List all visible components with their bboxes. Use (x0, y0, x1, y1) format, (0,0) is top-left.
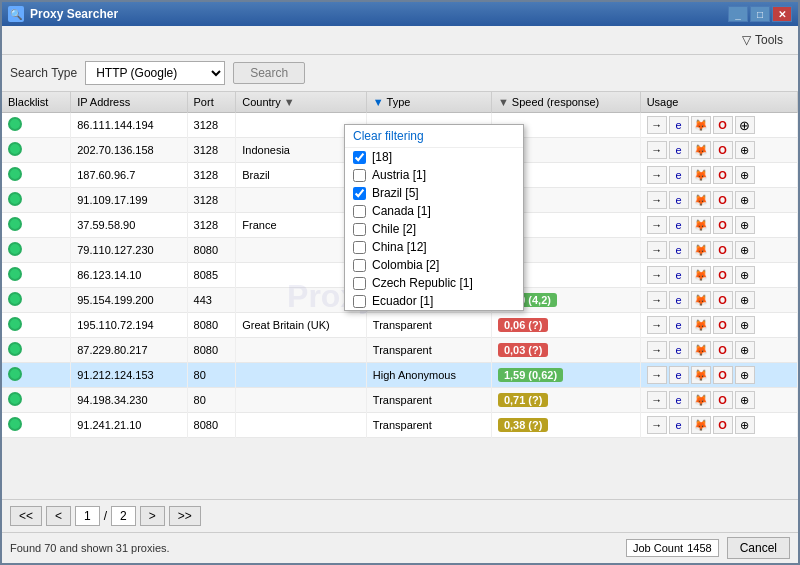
ie-icon[interactable]: e (669, 291, 689, 309)
country-filter-icon[interactable]: ▼ (284, 96, 295, 108)
export-icon[interactable]: → (647, 341, 667, 359)
speed-filter-icon[interactable]: ▼ (498, 96, 509, 108)
clear-filter-button[interactable]: Clear filtering (345, 125, 523, 148)
cancel-button[interactable]: Cancel (727, 537, 790, 559)
filter-checkbox-colombia[interactable] (353, 259, 366, 272)
opera-icon[interactable]: O (713, 116, 733, 134)
ie-icon[interactable]: e (669, 191, 689, 209)
export-icon[interactable]: → (647, 366, 667, 384)
firefox-icon[interactable]: 🦊 (691, 191, 711, 209)
ie-icon[interactable]: e (669, 241, 689, 259)
chrome-icon[interactable]: ⊕ (735, 191, 755, 209)
firefox-icon[interactable]: 🦊 (691, 166, 711, 184)
filter-option-ecuador[interactable]: Ecuador [1] (345, 292, 523, 310)
first-page-button[interactable]: << (10, 506, 42, 526)
close-button[interactable]: ✕ (772, 6, 792, 22)
chrome-icon[interactable]: ⊕ (735, 341, 755, 359)
filter-checkbox-czech[interactable] (353, 277, 366, 290)
col-blacklist[interactable]: Blacklist (2, 92, 71, 113)
export-icon[interactable]: → (647, 416, 667, 434)
filter-option-18[interactable]: [18] (345, 148, 523, 166)
maximize-button[interactable]: □ (750, 6, 770, 22)
chrome-icon[interactable]: ⊕ (735, 391, 755, 409)
filter-checkbox-brazil[interactable] (353, 187, 366, 200)
prev-page-button[interactable]: < (46, 506, 71, 526)
opera-icon[interactable]: O (713, 216, 733, 234)
filter-option-china[interactable]: China [12] (345, 238, 523, 256)
firefox-icon[interactable]: 🦊 (691, 116, 711, 134)
firefox-icon[interactable]: 🦊 (691, 291, 711, 309)
type-filter-active-icon[interactable]: ▼ (373, 96, 384, 108)
export-icon[interactable]: → (647, 141, 667, 159)
filter-checkbox-canada[interactable] (353, 205, 366, 218)
next-page-button[interactable]: > (140, 506, 165, 526)
export-icon[interactable]: → (647, 216, 667, 234)
ie-icon[interactable]: e (669, 366, 689, 384)
firefox-icon[interactable]: 🦊 (691, 341, 711, 359)
ie-icon[interactable]: e (669, 116, 689, 134)
filter-checkbox-ecuador[interactable] (353, 295, 366, 308)
opera-icon[interactable]: O (713, 416, 733, 434)
chrome-icon[interactable]: ⊕ (735, 291, 755, 309)
minimize-button[interactable]: _ (728, 6, 748, 22)
chrome-icon[interactable]: ⊕ (735, 216, 755, 234)
filter-option-brazil[interactable]: Brazil [5] (345, 184, 523, 202)
search-button[interactable]: Search (233, 62, 305, 84)
chrome-icon[interactable]: ⊕ (735, 266, 755, 284)
ie-icon[interactable]: e (669, 416, 689, 434)
opera-icon[interactable]: O (713, 141, 733, 159)
opera-icon[interactable]: O (713, 266, 733, 284)
filter-checkbox-18[interactable] (353, 151, 366, 164)
ie-icon[interactable]: e (669, 166, 689, 184)
export-icon[interactable]: → (647, 391, 667, 409)
export-icon[interactable]: → (647, 316, 667, 334)
col-usage[interactable]: Usage (640, 92, 797, 113)
chrome-icon[interactable]: ⊕ (735, 241, 755, 259)
col-ip[interactable]: IP Address (71, 92, 187, 113)
filter-checkbox-austria[interactable] (353, 169, 366, 182)
col-type[interactable]: ▼ Type (366, 92, 491, 113)
export-icon[interactable]: → (647, 116, 667, 134)
firefox-icon[interactable]: 🦊 (691, 416, 711, 434)
opera-icon[interactable]: O (713, 191, 733, 209)
search-type-select[interactable]: HTTP (Google) (85, 61, 225, 85)
firefox-icon[interactable]: 🦊 (691, 316, 711, 334)
chrome-icon[interactable]: ⊕ (735, 416, 755, 434)
opera-icon[interactable]: O (713, 241, 733, 259)
opera-icon[interactable]: O (713, 166, 733, 184)
ie-icon[interactable]: e (669, 341, 689, 359)
export-icon[interactable]: → (647, 291, 667, 309)
ie-icon[interactable]: e (669, 391, 689, 409)
firefox-icon[interactable]: 🦊 (691, 141, 711, 159)
opera-icon[interactable]: O (713, 341, 733, 359)
ie-icon[interactable]: e (669, 141, 689, 159)
filter-checkbox-chile[interactable] (353, 223, 366, 236)
chrome-icon[interactable]: ⊕ (735, 141, 755, 159)
filter-option-austria[interactable]: Austria [1] (345, 166, 523, 184)
tools-button[interactable]: ▽ Tools (735, 30, 790, 50)
opera-icon[interactable]: O (713, 291, 733, 309)
firefox-icon[interactable]: 🦊 (691, 391, 711, 409)
export-icon[interactable]: → (647, 166, 667, 184)
filter-option-czech[interactable]: Czech Republic [1] (345, 274, 523, 292)
filter-option-canada[interactable]: Canada [1] (345, 202, 523, 220)
chrome-icon[interactable]: ⊕ (735, 316, 755, 334)
ie-icon[interactable]: e (669, 266, 689, 284)
export-icon[interactable]: → (647, 191, 667, 209)
chrome-icon[interactable]: ⊕ (735, 116, 755, 134)
last-page-button[interactable]: >> (169, 506, 201, 526)
ie-icon[interactable]: e (669, 316, 689, 334)
firefox-icon[interactable]: 🦊 (691, 366, 711, 384)
export-icon[interactable]: → (647, 241, 667, 259)
firefox-icon[interactable]: 🦊 (691, 241, 711, 259)
filter-checkbox-china[interactable] (353, 241, 366, 254)
opera-icon[interactable]: O (713, 366, 733, 384)
firefox-icon[interactable]: 🦊 (691, 216, 711, 234)
opera-icon[interactable]: O (713, 316, 733, 334)
chrome-icon[interactable]: ⊕ (735, 366, 755, 384)
filter-option-chile[interactable]: Chile [2] (345, 220, 523, 238)
col-speed[interactable]: ▼ Speed (response) (491, 92, 640, 113)
chrome-icon[interactable]: ⊕ (735, 166, 755, 184)
filter-option-colombia[interactable]: Colombia [2] (345, 256, 523, 274)
opera-icon[interactable]: O (713, 391, 733, 409)
